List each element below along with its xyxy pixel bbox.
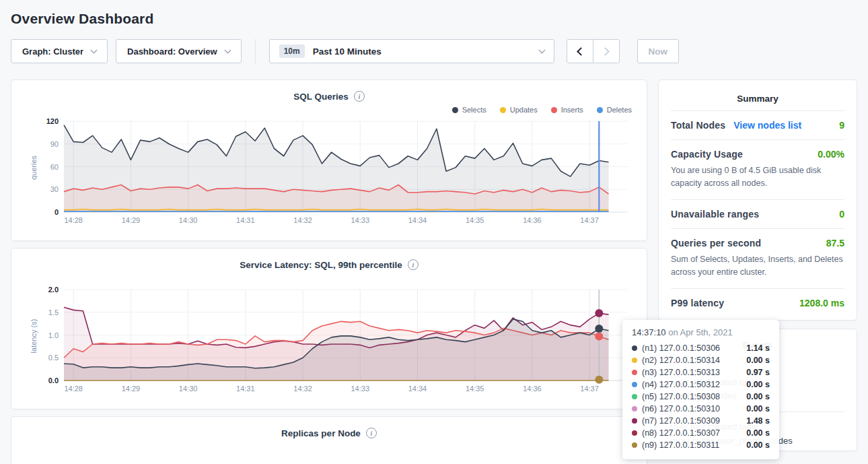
svg-text:30: 30: [50, 185, 59, 193]
time-prev-button[interactable]: [567, 39, 593, 63]
node-address: (n7) 127.0.0.1:50309: [642, 416, 742, 426]
node-dot-icon: [632, 430, 637, 436]
svg-text:14:37: 14:37: [580, 385, 599, 393]
time-range-badge: 10m: [279, 44, 305, 58]
total-nodes-value: 9: [839, 120, 844, 131]
node-latency-value: 1.48 s: [742, 416, 770, 426]
tooltip-node-row: (n1) 127.0.0.1:503061.14 s: [632, 342, 770, 354]
node-address: (n4) 127.0.0.1:50312: [642, 380, 742, 389]
svg-text:14:35: 14:35: [466, 385, 484, 393]
queries-per-second-row: Queries per second 87.5 Sum of Selects, …: [671, 228, 844, 288]
now-button[interactable]: Now: [637, 39, 679, 63]
chevron-left-icon: [577, 47, 585, 56]
latency-plot-area: latency (s) 14:2814:2914:3014:3114:3214:…: [22, 285, 636, 394]
graph-dropdown[interactable]: Graph: Cluster: [11, 39, 108, 63]
spacer: [22, 271, 636, 285]
dashboard-dropdown[interactable]: Dashboard: Overview: [116, 39, 242, 63]
node-address: (n2) 127.0.0.1:50314: [642, 356, 742, 365]
node-latency-value: 0.00 s: [742, 428, 770, 438]
node-dot-icon: [632, 406, 637, 411]
unavailable-ranges-value: 0: [839, 209, 844, 220]
legend-item[interactable]: Selects: [452, 104, 486, 115]
node-address: (n6) 127.0.0.1:50310: [642, 404, 742, 413]
queries-per-second-value: 87.5: [826, 238, 844, 248]
svg-text:14:30: 14:30: [179, 216, 198, 224]
page-title: Overview Dashboard: [11, 0, 857, 39]
tooltip-node-row: (n8) 127.0.0.1:503070.00 s: [632, 427, 770, 439]
info-icon[interactable]: i: [354, 91, 365, 102]
legend-item[interactable]: Deletes: [597, 104, 632, 115]
legend-label: Deletes: [607, 106, 632, 114]
legend-dot-icon: [597, 107, 603, 113]
svg-text:14:33: 14:33: [351, 385, 369, 393]
info-icon[interactable]: i: [366, 428, 377, 438]
unavailable-ranges-row: Unavailable ranges 0: [671, 199, 844, 228]
legend-label: Inserts: [561, 106, 583, 114]
svg-text:14:34: 14:34: [408, 216, 427, 224]
latency-chart-title: Service Latency: SQL, 99th percentile: [240, 260, 402, 270]
node-dot-icon: [632, 370, 637, 375]
time-next-button[interactable]: [593, 39, 620, 63]
svg-text:14:33: 14:33: [351, 216, 369, 224]
controls-bar: Graph: Cluster Dashboard: Overview 10m P…: [11, 39, 857, 63]
tooltip-rows: (n1) 127.0.0.1:503061.14 s(n2) 127.0.0.1…: [632, 342, 770, 451]
p99-latency-row: P99 latency 1208.0 ms: [671, 288, 844, 317]
svg-text:14:29: 14:29: [122, 385, 141, 393]
svg-text:2.0: 2.0: [48, 286, 59, 294]
view-nodes-list-link[interactable]: View nodes list: [733, 120, 801, 131]
svg-text:14:30: 14:30: [179, 385, 198, 393]
sql-queries-chart-title: SQL Queries: [293, 92, 349, 102]
tooltip-node-row: (n4) 127.0.0.1:503120.00 s: [632, 378, 770, 391]
latency-chart[interactable]: 14:2814:2914:3014:3114:3214:3314:3414:35…: [34, 285, 632, 394]
legend-dot-icon: [500, 107, 506, 113]
y-axis-label: latency (s): [30, 312, 38, 360]
vertical-divider: [255, 39, 256, 63]
legend-item[interactable]: Inserts: [551, 104, 583, 115]
summary-card: Summary Total Nodes View nodes list 9 Ca…: [658, 79, 857, 321]
capacity-usage-row: Capacity Usage 0.00% You are using 0 B o…: [671, 139, 844, 199]
summary-title: Summary: [671, 90, 844, 110]
svg-text:60: 60: [50, 163, 59, 171]
svg-text:14:37: 14:37: [580, 216, 599, 224]
time-range-dropdown[interactable]: 10m Past 10 Minutes: [269, 39, 554, 63]
tooltip-date: on Apr 5th, 2021: [668, 327, 732, 337]
total-nodes-label: Total Nodes: [671, 120, 725, 131]
node-dot-icon: [632, 418, 637, 424]
info-icon[interactable]: i: [408, 259, 419, 270]
node-latency-value: 1.14 s: [742, 343, 770, 353]
time-range-label: Past 10 Minutes: [313, 46, 382, 57]
svg-text:1.5: 1.5: [48, 308, 59, 317]
replicas-chart-title: Replicas per Node: [281, 428, 361, 438]
total-nodes-row: Total Nodes View nodes list 9: [671, 110, 844, 139]
sql-queries-chart[interactable]: 14:2814:2914:3014:3114:3214:3314:3414:35…: [34, 117, 632, 226]
sql-queries-plot-area: queries 14:2814:2914:3014:3114:3214:3314…: [22, 117, 636, 226]
legend-item[interactable]: Updates: [500, 104, 538, 115]
tooltip-node-row: (n7) 127.0.0.1:503091.48 s: [632, 415, 770, 427]
node-latency-value: 0.00 s: [742, 380, 770, 389]
tooltip-node-row: (n5) 127.0.0.1:503080.00 s: [632, 391, 770, 403]
node-address: (n9) 127.0.0.1:50311: [642, 440, 742, 450]
node-latency-value: 0.00 s: [742, 440, 770, 450]
svg-text:14:36: 14:36: [523, 385, 542, 393]
svg-text:14:34: 14:34: [408, 385, 427, 393]
svg-text:14:31: 14:31: [236, 216, 255, 224]
node-address: (n3) 127.0.0.1:50313: [642, 368, 742, 377]
chart-title-row: SQL Queries i: [22, 90, 636, 103]
legend-label: Updates: [510, 106, 538, 114]
node-dot-icon: [632, 345, 637, 351]
node-latency-value: 0.00 s: [742, 404, 770, 413]
node-latency-value: 0.97 s: [742, 368, 770, 377]
svg-text:14:32: 14:32: [293, 385, 312, 393]
p99-latency-label: P99 latency: [671, 298, 724, 308]
legend-label: Selects: [462, 106, 486, 114]
tooltip-time: 14:37:10: [632, 327, 666, 337]
capacity-usage-description: You are using 0 B of 4.5 GiB usable disk…: [671, 164, 844, 191]
tooltip-node-row: (n9) 127.0.0.1:503110.00 s: [632, 439, 770, 451]
chart-title-row: Replicas per Node i: [22, 426, 636, 440]
chevron-down-icon: [224, 46, 231, 53]
node-address: (n8) 127.0.0.1:50307: [642, 428, 742, 438]
node-dot-icon: [632, 358, 637, 363]
svg-text:14:32: 14:32: [293, 216, 312, 224]
replicas-chart-card: Replicas per Node i: [11, 416, 647, 464]
svg-text:0: 0: [55, 208, 59, 216]
